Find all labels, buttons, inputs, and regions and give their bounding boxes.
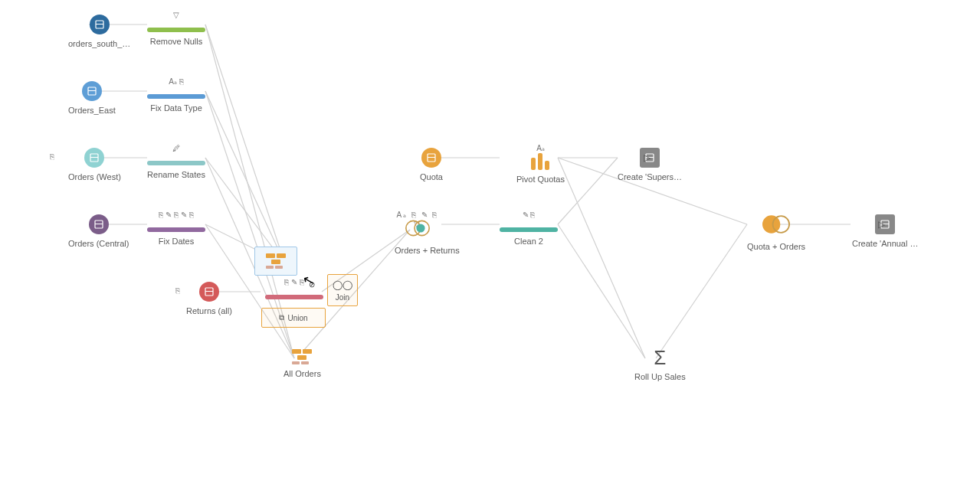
union-icon	[266, 253, 286, 269]
node-label: orders_south_…	[68, 39, 130, 48]
node-label: Roll Up Sales	[634, 372, 686, 381]
join-mini-icon: ◯◯	[333, 279, 352, 290]
node-label: Orders_East	[68, 106, 116, 115]
join-orders-returns[interactable]: Aₐ ⎘ ✎ ⎘ ▽ Orders + Returns	[395, 211, 441, 255]
node-label: Returns (all)	[186, 306, 232, 315]
node-label: Pivot Quotas	[516, 175, 565, 184]
svg-line-10	[205, 91, 285, 264]
drag-ghost[interactable]	[254, 247, 297, 276]
clean-step-bar	[147, 161, 205, 165]
clean-rename-states[interactable]: 🖉 Rename States	[147, 144, 205, 179]
step-change-icons: Aₐ	[516, 144, 565, 153]
drop-label: Join	[336, 293, 349, 302]
svg-line-9	[205, 24, 285, 264]
node-label: Create 'Supers…	[618, 172, 682, 181]
input-orders-east[interactable]: Orders_East	[68, 81, 116, 115]
clean-step-bar	[147, 227, 205, 232]
union-mini-icon: ⧉	[279, 313, 284, 322]
aggregate-rollup[interactable]: Σ Roll Up Sales	[634, 348, 686, 381]
node-label: Orders (Central)	[68, 239, 129, 248]
node-label: Fix Data Type	[147, 103, 205, 113]
run-icon[interactable]: ▷	[878, 219, 885, 230]
input-returns[interactable]: ⎘ Returns (all)	[186, 282, 232, 315]
clean-fix-data-type[interactable]: Aₐ ⎘ Fix Data Type	[147, 77, 205, 113]
database-icon	[82, 81, 102, 101]
change-indicator-icon: ⎘	[175, 286, 180, 295]
join-icon	[405, 220, 430, 237]
node-label: Remove Nulls	[147, 37, 205, 46]
input-orders-central[interactable]: Orders (Central)	[68, 214, 129, 248]
drop-target-join[interactable]: ◯◯ Join	[327, 274, 358, 306]
join-icon	[762, 215, 790, 233]
step-change-icons: Aₐ ⎘	[147, 77, 205, 87]
node-label: Fix Dates	[147, 237, 205, 246]
join-quota-orders[interactable]: Quota + Orders	[747, 214, 805, 251]
clean-clean2[interactable]: ✎ ⎘ Clean 2	[500, 211, 558, 246]
run-icon[interactable]: ▷	[644, 152, 651, 163]
clean-step-bar	[265, 295, 323, 299]
svg-line-19	[558, 158, 618, 224]
clean-fix-dates[interactable]: ⎘ ✎ ⎘ ✎ ⎘ Fix Dates	[147, 211, 205, 246]
node-label: All Orders	[284, 369, 321, 378]
pivot-icon	[529, 153, 551, 170]
node-label: Orders (West)	[68, 172, 121, 181]
step-change-icons: 🖉	[147, 144, 205, 153]
node-label: Clean 2	[500, 237, 558, 246]
pivot-quotas[interactable]: Aₐ Pivot Quotas	[516, 144, 565, 184]
step-change-icons: ▽	[147, 11, 205, 20]
clean-step-bar	[147, 94, 205, 99]
input-orders-south[interactable]: orders_south_…	[68, 15, 130, 48]
database-icon	[84, 148, 104, 168]
clean-step-bar	[500, 227, 558, 232]
node-label: Create 'Annual …	[852, 239, 918, 248]
input-quota[interactable]: Quota	[420, 148, 443, 181]
input-orders-west[interactable]: ⎘ Orders (West)	[68, 148, 121, 181]
output-supers[interactable]: ▷ Create 'Supers…	[618, 148, 682, 181]
svg-rect-27	[88, 90, 96, 91]
flow-canvas[interactable]: orders_south_… Orders_East ⎘ Orders (Wes…	[0, 0, 980, 490]
step-change-icons: ✎ ⎘	[500, 211, 558, 220]
step-change-icons: Aₐ ⎘ ✎ ⎘ ▽	[395, 211, 441, 220]
database-icon	[89, 214, 109, 234]
union-all-orders[interactable]: All Orders	[284, 349, 321, 378]
database-icon	[421, 148, 441, 168]
svg-rect-33	[205, 291, 213, 292]
svg-rect-29	[90, 157, 98, 158]
svg-line-18	[558, 158, 645, 358]
sigma-icon: Σ	[634, 348, 686, 368]
node-label: Quota	[420, 172, 443, 181]
clean-remove-nulls[interactable]: ▽ Remove Nulls	[147, 11, 205, 46]
change-indicator-icon: ⎘	[50, 152, 54, 161]
svg-rect-31	[95, 224, 103, 224]
database-icon	[90, 15, 110, 34]
svg-rect-25	[96, 24, 103, 24]
node-label: Rename States	[147, 170, 205, 179]
node-label: Orders + Returns	[395, 246, 441, 255]
clean-step-bar	[147, 28, 205, 32]
database-icon	[199, 282, 219, 302]
output-annual[interactable]: ▷ Create 'Annual …	[852, 214, 918, 248]
drop-label: Union	[287, 314, 307, 322]
svg-line-22	[656, 224, 747, 358]
union-icon	[292, 349, 312, 364]
svg-rect-35	[428, 157, 435, 158]
svg-line-20	[558, 224, 645, 358]
drop-target-union[interactable]: ⧉ Union	[261, 308, 326, 328]
step-change-icons: ⎘ ✎ ⎘ ✎ ⎘	[147, 211, 205, 220]
node-label: Quota + Orders	[747, 242, 805, 251]
